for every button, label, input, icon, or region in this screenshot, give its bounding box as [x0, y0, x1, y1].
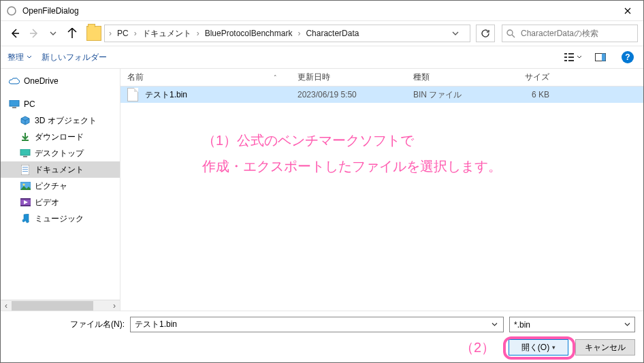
- chevron-right-icon: ›: [133, 29, 138, 38]
- app-icon: [6, 5, 17, 16]
- svg-rect-5: [568, 53, 574, 54]
- tree-item-documents[interactable]: ドキュメント: [1, 161, 120, 178]
- list-body: テスト1.bin 2023/06/19 5:50 BIN ファイル 6 KB （…: [120, 86, 643, 311]
- downloads-icon: [20, 131, 31, 142]
- svg-rect-9: [602, 54, 606, 61]
- tree-item-videos[interactable]: ビデオ: [1, 194, 120, 210]
- breadcrumb-item[interactable]: PC: [114, 29, 131, 38]
- 3d-objects-icon: [20, 115, 31, 126]
- nav-tree: OneDrive PC 3D オブジェクト ダウンロード: [1, 69, 120, 311]
- tree-label: ビデオ: [35, 197, 59, 208]
- open-file-dialog: OpenFileDialog › PC › ドキュメント › BlueProto…: [0, 0, 644, 363]
- chevron-right-icon: ›: [108, 29, 113, 38]
- svg-rect-16: [22, 167, 28, 168]
- svg-rect-4: [564, 60, 567, 61]
- breadcrumb-item[interactable]: CharacterData: [303, 29, 361, 38]
- organize-label: 整理: [7, 52, 24, 63]
- back-button[interactable]: [6, 25, 24, 42]
- tree-item-downloads[interactable]: ダウンロード: [1, 129, 120, 145]
- svg-rect-10: [10, 100, 19, 106]
- chevron-right-icon: ›: [195, 29, 201, 38]
- filter-label: *.bin: [514, 320, 530, 330]
- pc-icon: [9, 99, 20, 110]
- forward-button[interactable]: [25, 25, 43, 42]
- tree-item-desktop[interactable]: デスクトップ: [1, 145, 120, 161]
- svg-rect-23: [20, 205, 31, 206]
- filename-row: ファイル名(N): *.bin: [9, 317, 635, 332]
- cancel-label: キャンセル: [585, 342, 626, 353]
- desktop-icon: [20, 148, 31, 159]
- svg-rect-2: [564, 53, 567, 54]
- file-list: 名前 ˄ 更新日時 種類 サイズ テスト1.bin 2023/06/19 5:5…: [120, 69, 643, 311]
- file-name-cell: テスト1.bin: [120, 88, 291, 101]
- scroll-left-icon[interactable]: ‹: [1, 300, 12, 311]
- file-name: テスト1.bin: [145, 89, 187, 101]
- column-header-name[interactable]: 名前 ˄: [120, 72, 291, 83]
- filename-label: ファイル名(N):: [9, 319, 125, 330]
- search-input[interactable]: [519, 28, 633, 39]
- organize-button[interactable]: 整理: [7, 52, 32, 63]
- scroll-right-icon[interactable]: ›: [109, 300, 120, 311]
- help-icon: ?: [622, 51, 634, 63]
- music-icon: [20, 213, 31, 224]
- open-label: 開く(O): [521, 342, 549, 353]
- refresh-button[interactable]: [476, 25, 495, 42]
- recent-locations-button[interactable]: [44, 25, 62, 42]
- documents-icon: [20, 164, 31, 175]
- chevron-down-icon: [27, 54, 32, 60]
- breadcrumb[interactable]: › PC › ドキュメント › BlueProtocolBenchmark › …: [104, 25, 470, 42]
- toolbar: 整理 新しいフォルダー ?: [1, 46, 643, 69]
- tree-label: ピクチャ: [35, 180, 67, 192]
- tree-label: ダウンロード: [35, 131, 84, 143]
- annotation-step1: （1）公式のベンチマークソフトで 作成・エクスポートしたファイルを選択します。: [202, 127, 502, 179]
- help-button[interactable]: ?: [619, 50, 637, 65]
- new-folder-label: 新しいフォルダー: [42, 52, 107, 63]
- breadcrumb-item[interactable]: ドキュメント: [140, 28, 194, 40]
- filename-combo[interactable]: [130, 317, 504, 332]
- file-type-cell: BIN ファイル: [406, 89, 495, 101]
- tree-item-pc[interactable]: PC: [1, 96, 120, 112]
- svg-rect-6: [568, 57, 574, 58]
- tree-label: 3D オブジェクト: [35, 115, 97, 127]
- new-folder-button[interactable]: 新しいフォルダー: [42, 52, 107, 63]
- tree-label: デスクトップ: [35, 148, 84, 159]
- preview-pane-button[interactable]: [592, 50, 609, 65]
- tree-item-pictures[interactable]: ピクチャ: [1, 178, 120, 194]
- column-header-date[interactable]: 更新日時: [291, 72, 406, 83]
- svg-point-0: [7, 7, 16, 15]
- chevron-down-icon[interactable]: [489, 321, 500, 328]
- chevron-down-icon: [577, 54, 582, 60]
- svg-rect-14: [23, 156, 27, 157]
- breadcrumb-dropdown[interactable]: [452, 30, 467, 37]
- file-date-cell: 2023/06/19 5:50: [291, 90, 406, 99]
- tree-label: ミュージック: [35, 213, 84, 225]
- svg-rect-13: [20, 149, 30, 155]
- cancel-button[interactable]: キャンセル: [575, 339, 635, 356]
- up-button[interactable]: [63, 25, 81, 42]
- open-button[interactable]: 開く(O) ▾: [509, 339, 568, 356]
- file-row[interactable]: テスト1.bin 2023/06/19 5:50 BIN ファイル 6 KB: [120, 86, 643, 103]
- svg-rect-11: [12, 107, 16, 108]
- svg-rect-15: [21, 165, 29, 175]
- search-box[interactable]: [502, 25, 638, 42]
- close-button[interactable]: [612, 1, 643, 21]
- tree-item-3d-objects[interactable]: 3D オブジェクト: [1, 112, 120, 129]
- column-header-size[interactable]: サイズ: [495, 72, 556, 83]
- pictures-icon: [20, 180, 31, 191]
- svg-rect-7: [568, 60, 574, 61]
- scroll-thumb[interactable]: [12, 301, 93, 311]
- chevron-down-icon[interactable]: [624, 321, 630, 328]
- filter-combo[interactable]: *.bin: [509, 317, 635, 332]
- svg-rect-12: [22, 140, 29, 141]
- view-options-button[interactable]: [564, 50, 582, 65]
- filename-input[interactable]: [133, 319, 489, 330]
- tree-item-music[interactable]: ミュージック: [1, 210, 120, 227]
- list-header: 名前 ˄ 更新日時 種類 サイズ: [120, 69, 643, 86]
- body: OneDrive PC 3D オブジェクト ダウンロード: [1, 69, 643, 311]
- tree-horizontal-scrollbar[interactable]: ‹ ›: [1, 300, 120, 311]
- breadcrumb-item[interactable]: BlueProtocolBenchmark: [202, 29, 295, 38]
- column-header-type[interactable]: 種類: [406, 72, 495, 83]
- tree-item-onedrive[interactable]: OneDrive: [1, 73, 120, 89]
- split-chevron-icon[interactable]: ▾: [552, 344, 556, 351]
- file-icon: [127, 88, 138, 101]
